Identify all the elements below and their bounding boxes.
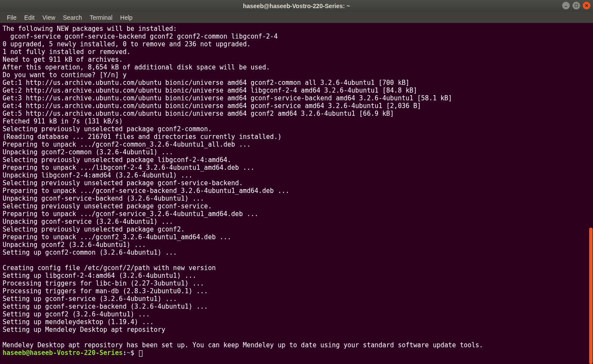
close-button[interactable] xyxy=(583,2,590,9)
maximize-button[interactable] xyxy=(572,2,580,9)
terminal-output-line: Need to get 911 kB of archives. xyxy=(3,56,590,63)
terminal-output-line: Get:3 http://us.archive.ubuntu.com/ubunt… xyxy=(3,94,590,102)
terminal-output-line: Unpacking libgconf-2-4:amd64 (3.2.6-4ubu… xyxy=(3,171,590,179)
menu-edit[interactable]: Edit xyxy=(21,13,38,22)
menu-search[interactable]: Search xyxy=(60,13,85,22)
titlebar: haseeb@haseeb-Vostro-220-Series: ~ xyxy=(0,0,593,12)
terminal-output-line: Preparing to unpack .../gconf2-common_3.… xyxy=(3,141,590,148)
terminal-output-line: Preparing to unpack .../gconf-service-ba… xyxy=(3,187,590,195)
prompt-colon: : xyxy=(123,349,127,357)
menu-terminal[interactable]: Terminal xyxy=(86,13,116,22)
prompt-dollar: $ xyxy=(130,349,138,357)
terminal-output-line: Processing triggers for man-db (2.8.3-2u… xyxy=(3,287,590,295)
terminal-output-line: Creating config file /etc/gconf/2/path w… xyxy=(3,264,590,272)
cursor-icon xyxy=(139,350,142,357)
terminal-viewport[interactable]: The following NEW packages will be insta… xyxy=(0,23,593,358)
prompt-path: ~ xyxy=(127,349,130,357)
terminal-output-line: Unpacking gconf-service-backend (3.2.6-4… xyxy=(3,195,590,202)
window-title: haseeb@haseeb-Vostro-220-Series: ~ xyxy=(243,3,350,9)
scrollbar-thumb[interactable] xyxy=(589,228,593,364)
svg-rect-1 xyxy=(575,4,578,7)
terminal-output-line: Get:1 http://us.archive.ubuntu.com/ubunt… xyxy=(3,79,590,87)
terminal-output-line: Setting up gconf-service (3.2.6-4ubuntu1… xyxy=(3,295,590,303)
terminal-output-line xyxy=(3,334,590,341)
terminal-output-line: Get:2 http://us.archive.ubuntu.com/ubunt… xyxy=(3,87,590,94)
terminal-output-line: 1 not fully installed or removed. xyxy=(3,48,590,56)
menu-help[interactable]: Help xyxy=(117,13,136,22)
terminal-output-line: The following NEW packages will be insta… xyxy=(3,25,590,33)
terminal-output-line: Setting up mendeleydesktop (1.19.4) ... xyxy=(3,318,590,326)
terminal-output-line: Unpacking gconf2-common (3.2.6-4ubuntu1)… xyxy=(3,148,590,156)
terminal-output-line: Selecting previously unselected package … xyxy=(3,179,590,187)
menubar: File Edit View Search Terminal Help xyxy=(0,12,593,23)
terminal-prompt-line[interactable]: haseeb@haseeb-Vostro-220-Series:~$ xyxy=(3,349,590,357)
terminal-output-line: Setting up Mendeley Desktop apt reposito… xyxy=(3,326,590,334)
terminal-output-line: (Reading database ... 216701 files and d… xyxy=(3,133,590,141)
terminal-output-line: Setting up gconf2-common (3.2.6-4ubuntu1… xyxy=(3,249,590,256)
terminal-output-line: Unpacking gconf-service (3.2.6-4ubuntu1)… xyxy=(3,218,590,226)
terminal-output-line xyxy=(3,256,590,264)
terminal-output-line: Preparing to unpack .../libgconf-2-4_3.2… xyxy=(3,164,590,171)
terminal-output-line: Selecting previously unselected package … xyxy=(3,156,590,164)
minimize-button[interactable] xyxy=(562,2,570,9)
terminal-output-line: Get:5 http://us.archive.ubuntu.com/ubunt… xyxy=(3,110,590,117)
terminal-output-line: Selecting previously unselected package … xyxy=(3,226,590,233)
menu-file[interactable]: File xyxy=(3,13,20,22)
terminal-output-line: Selecting previously unselected package … xyxy=(3,125,590,133)
menu-view[interactable]: View xyxy=(39,13,59,22)
prompt-user-host: haseeb@haseeb-Vostro-220-Series xyxy=(3,349,123,357)
terminal-output-line: Processing triggers for libc-bin (2.27-3… xyxy=(3,280,590,287)
terminal-output-line: Setting up gconf2 (3.2.6-4ubuntu1) ... xyxy=(3,310,590,318)
terminal-output-line: Fetched 911 kB in 7s (131 kB/s) xyxy=(3,117,590,125)
terminal-output-line: Setting up libgconf-2-4:amd64 (3.2.6-4ub… xyxy=(3,272,590,280)
terminal-output-line: After this operation, 8,654 kB of additi… xyxy=(3,63,590,71)
terminal-output-line: Selecting previously unselected package … xyxy=(3,202,590,210)
terminal-output-line: Setting up gconf-service-backend (3.2.6-… xyxy=(3,303,590,310)
terminal-output-line: 0 upgraded, 5 newly installed, 0 to remo… xyxy=(3,40,590,48)
terminal-output-line: Unpacking gconf2 (3.2.6-4ubuntu1) ... xyxy=(3,241,590,249)
terminal-output-line: Preparing to unpack .../gconf-service_3.… xyxy=(3,210,590,218)
terminal-output-line: gconf-service gconf-service-backend gcon… xyxy=(3,33,590,40)
terminal-output-line: Do you want to continue? [Y/n] y xyxy=(3,71,590,79)
scrollbar-track[interactable] xyxy=(589,23,593,364)
window-controls xyxy=(562,2,590,9)
terminal-output-line: Mendeley Desktop apt repository has been… xyxy=(3,341,590,349)
terminal-output-line: Get:4 http://us.archive.ubuntu.com/ubunt… xyxy=(3,102,590,110)
terminal-output-line: Preparing to unpack .../gconf2_3.2.6-4ub… xyxy=(3,233,590,241)
